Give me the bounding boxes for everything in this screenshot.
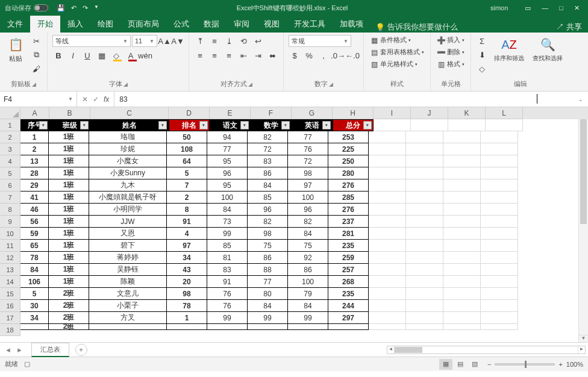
scroll-down-icon[interactable]: ▼ <box>579 335 588 342</box>
cut-icon[interactable]: ✂ <box>30 35 42 47</box>
data-cell[interactable]: 106 <box>20 275 49 288</box>
data-cell[interactable]: 95 <box>207 155 248 167</box>
cell[interactable] <box>443 131 481 143</box>
cell[interactable] <box>369 300 406 312</box>
data-cell[interactable]: 1班 <box>48 227 89 240</box>
data-cell[interactable] <box>20 323 49 330</box>
cell[interactable] <box>406 288 443 300</box>
row-header-14[interactable]: 14 <box>0 276 20 288</box>
cell[interactable] <box>486 119 523 131</box>
row-header-18[interactable]: 18 <box>0 324 20 336</box>
delete-cells-button[interactable]: ➖删除▾ <box>436 47 466 57</box>
data-cell[interactable]: 珍妮 <box>89 143 167 155</box>
data-cell[interactable]: 蒋婷婷 <box>89 251 167 264</box>
data-cell[interactable]: 72 <box>287 155 328 167</box>
cell[interactable] <box>369 167 406 179</box>
cell[interactable] <box>481 228 518 240</box>
cell[interactable] <box>406 252 443 264</box>
cell[interactable] <box>374 119 411 131</box>
data-cell[interactable]: 98 <box>166 287 207 300</box>
cell[interactable] <box>369 240 406 252</box>
data-cell[interactable]: 237 <box>328 215 369 228</box>
data-cell[interactable]: 1班 <box>48 263 89 276</box>
format-as-table-button[interactable]: ▤套用表格格式▾ <box>369 47 425 57</box>
page-layout-view-icon[interactable]: ▤ <box>454 359 467 370</box>
cell[interactable] <box>406 228 443 240</box>
data-cell[interactable]: 吴静钰 <box>89 263 167 276</box>
cell[interactable] <box>369 264 406 276</box>
align-top-icon[interactable]: ⤒ <box>194 35 206 47</box>
increase-font-icon[interactable]: A▲ <box>158 35 170 47</box>
data-cell[interactable]: 86 <box>287 263 328 276</box>
cell[interactable] <box>448 119 486 131</box>
filter-icon[interactable]: ▾ <box>363 121 372 129</box>
cell[interactable] <box>443 167 481 179</box>
cell[interactable] <box>481 264 518 276</box>
data-cell[interactable]: 297 <box>328 311 369 324</box>
row-header-4[interactable]: 4 <box>0 155 20 167</box>
data-cell[interactable]: 88 <box>247 263 288 276</box>
cell[interactable] <box>443 228 481 240</box>
cell[interactable] <box>369 192 406 204</box>
data-cell[interactable]: 59 <box>20 227 49 240</box>
cell[interactable] <box>481 167 518 179</box>
data-cell[interactable]: 56 <box>20 215 49 228</box>
data-cell[interactable]: 96 <box>207 167 248 179</box>
data-cell[interactable]: 83 <box>207 263 248 276</box>
data-cell[interactable]: 78 <box>166 299 207 312</box>
cell[interactable] <box>443 143 481 155</box>
col-header-G[interactable]: G <box>292 107 333 119</box>
fx-icon[interactable]: fx <box>104 95 109 104</box>
data-cell[interactable] <box>328 323 369 330</box>
cell-styles-button[interactable]: ▧单元格样式▾ <box>369 59 425 69</box>
data-cell[interactable]: 285 <box>328 191 369 204</box>
number-format-select[interactable]: 常规▼ <box>289 35 351 47</box>
scroll-right-icon[interactable]: ► <box>578 346 585 354</box>
cell[interactable] <box>406 312 443 324</box>
data-cell[interactable]: 1班 <box>48 131 89 143</box>
col-header-E[interactable]: E <box>210 107 251 119</box>
cell[interactable] <box>406 155 443 167</box>
data-cell[interactable]: 1班 <box>48 191 89 204</box>
data-cell[interactable]: 小明同学 <box>89 203 167 216</box>
font-size-select[interactable]: 11▼ <box>132 35 157 47</box>
cell[interactable] <box>369 179 406 192</box>
decrease-decimal-icon[interactable]: ←.0 <box>346 49 358 61</box>
cell[interactable] <box>481 252 518 264</box>
filter-icon[interactable]: ▾ <box>158 121 167 129</box>
col-header-F[interactable]: F <box>251 107 292 119</box>
data-cell[interactable]: 98 <box>287 167 328 179</box>
data-cell[interactable]: 85 <box>207 239 248 252</box>
data-cell[interactable]: 84 <box>207 203 248 216</box>
row-header-11[interactable]: 11 <box>0 240 20 252</box>
redo-icon[interactable]: ↷ <box>83 4 88 12</box>
row-header-9[interactable]: 9 <box>0 216 20 228</box>
clear-icon[interactable]: ◇ <box>476 63 488 75</box>
data-cell[interactable] <box>207 323 248 330</box>
cell[interactable] <box>406 324 443 330</box>
cell[interactable] <box>481 324 518 330</box>
cell[interactable] <box>443 276 481 288</box>
row-header-5[interactable]: 5 <box>0 167 20 179</box>
data-cell[interactable] <box>89 323 167 330</box>
data-cell[interactable]: 276 <box>328 203 369 216</box>
cell[interactable] <box>406 204 443 216</box>
cell[interactable] <box>406 276 443 288</box>
data-cell[interactable]: 99 <box>207 227 248 240</box>
data-cell[interactable]: 46 <box>20 203 49 216</box>
dialog-launcher-icon[interactable]: ◢ <box>329 81 333 87</box>
data-cell[interactable]: 75 <box>247 239 288 252</box>
data-cell[interactable]: 2班 <box>48 323 89 330</box>
dialog-launcher-icon[interactable]: ◢ <box>124 81 128 87</box>
cell[interactable] <box>406 179 443 192</box>
sheet-next-icon[interactable]: ► <box>16 346 23 354</box>
data-cell[interactable]: 34 <box>20 311 49 324</box>
data-cell[interactable]: 259 <box>328 251 369 264</box>
cell[interactable] <box>481 300 518 312</box>
data-cell[interactable]: 85 <box>247 191 288 204</box>
row-header-1[interactable]: 1 <box>0 119 20 131</box>
data-cell[interactable]: 13 <box>20 155 49 167</box>
data-cell[interactable]: 41 <box>20 191 49 204</box>
data-cell[interactable]: 76 <box>287 143 328 155</box>
data-cell[interactable]: 1班 <box>48 179 89 192</box>
